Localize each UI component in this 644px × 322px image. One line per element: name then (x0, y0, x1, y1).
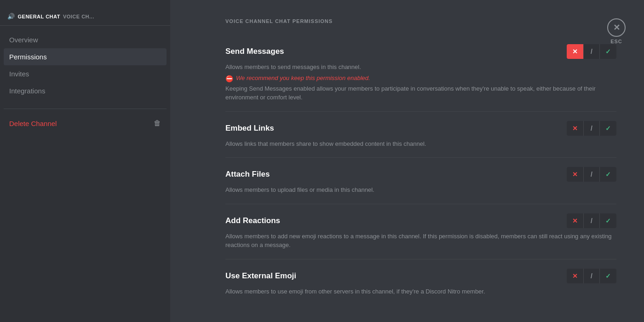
sidebar-item-integrations[interactable]: Integrations (4, 82, 167, 99)
permission-header-use-external-emoji: Use External Emoji✕/✓ (225, 269, 616, 283)
allow-btn-attach-files[interactable]: ✓ (600, 167, 616, 182)
neutral-btn-send-messages[interactable]: / (583, 44, 600, 59)
sidebar-item-label-integrations: Integrations (9, 87, 45, 95)
close-label: ESC (610, 39, 622, 44)
permission-item-embed-links: Embed Links✕/✓Allows links that members … (225, 112, 616, 158)
permission-name-add-reactions: Add Reactions (225, 216, 280, 225)
close-area: ✕ ESC (607, 18, 626, 44)
sidebar-item-overview[interactable]: Overview (4, 31, 167, 48)
permission-controls-send-messages: ✕/✓ (567, 44, 616, 59)
permission-header-embed-links: Embed Links✕/✓ (225, 121, 616, 136)
sidebar-item-invites[interactable]: Invites (4, 65, 167, 82)
permission-header-attach-files: Attach Files✕/✓ (225, 167, 616, 182)
permission-item-use-external-emoji: Use External Emoji✕/✓Allows members to u… (225, 259, 616, 305)
permission-desc-use-external-emoji: Allows members to use emoji from other s… (225, 287, 616, 296)
sidebar-item-label-invites: Invites (9, 70, 29, 78)
neutral-btn-embed-links[interactable]: / (583, 121, 600, 136)
warning-icon: ⛔ (225, 75, 233, 82)
deny-btn-use-external-emoji[interactable]: ✕ (567, 269, 583, 283)
warning-extra-send-messages: Keeping Send Messages enabled allows you… (225, 84, 616, 102)
permission-header-send-messages: Send Messages✕/✓ (225, 44, 616, 59)
permission-name-attach-files: Attach Files (225, 170, 270, 179)
permission-controls-use-external-emoji: ✕/✓ (567, 269, 616, 283)
permission-item-add-reactions: Add Reactions✕/✓Allows members to add ne… (225, 204, 616, 259)
channel-name-voice: VOICE CH... (63, 14, 94, 19)
permission-item-send-messages: Send Messages✕/✓Allows members to send m… (225, 35, 616, 112)
channel-label: 🔊 GENERAL CHAT VOICE CH... (7, 13, 163, 20)
permissions-list: Send Messages✕/✓Allows members to send m… (225, 35, 616, 305)
allow-btn-add-reactions[interactable]: ✓ (600, 213, 616, 228)
permission-controls-embed-links: ✕/✓ (567, 121, 616, 136)
neutral-btn-attach-files[interactable]: / (583, 167, 600, 182)
permission-name-send-messages: Send Messages (225, 47, 284, 56)
warning-box-send-messages: ⛔We recommend you keep this permission e… (225, 75, 616, 82)
permission-controls-add-reactions: ✕/✓ (567, 213, 616, 228)
permission-desc-embed-links: Allows links that members share to show … (225, 139, 616, 149)
sidebar-item-delete-channel[interactable]: Delete Channel 🗑 (4, 115, 167, 132)
sidebar: 🔊 GENERAL CHAT VOICE CH... OverviewPermi… (0, 0, 170, 322)
sidebar-nav: OverviewPermissionsInvitesIntegrations D… (0, 29, 170, 134)
permission-name-embed-links: Embed Links (225, 124, 274, 133)
allow-btn-embed-links[interactable]: ✓ (600, 121, 616, 136)
neutral-btn-add-reactions[interactable]: / (583, 213, 600, 228)
permission-header-add-reactions: Add Reactions✕/✓ (225, 213, 616, 228)
permission-desc-send-messages: Allows members to send messages in this … (225, 63, 616, 72)
warning-text-send-messages: We recommend you keep this permission en… (236, 75, 370, 81)
deny-btn-embed-links[interactable]: ✕ (567, 121, 583, 136)
channel-name-general: GENERAL CHAT (18, 14, 60, 19)
permission-item-attach-files: Attach Files✕/✓Allows members to upload … (225, 158, 616, 204)
permission-controls-attach-files: ✕/✓ (567, 167, 616, 182)
sidebar-header: 🔊 GENERAL CHAT VOICE CH... (0, 9, 170, 26)
sidebar-item-label-overview: Overview (9, 36, 38, 44)
trash-icon: 🗑 (154, 119, 161, 127)
sidebar-item-permissions[interactable]: Permissions (4, 48, 167, 65)
section-label: VOICE CHANNEL CHAT PERMISSIONS (225, 18, 616, 24)
sidebar-item-label-permissions: Permissions (9, 53, 47, 61)
main-content: ✕ ESC VOICE CHANNEL CHAT PERMISSIONS Sen… (170, 0, 644, 322)
permission-name-use-external-emoji: Use External Emoji (225, 271, 296, 281)
allow-btn-send-messages[interactable]: ✓ (600, 44, 616, 59)
deny-btn-attach-files[interactable]: ✕ (567, 167, 583, 182)
delete-channel-label: Delete Channel (9, 120, 57, 127)
deny-btn-send-messages[interactable]: ✕ (567, 44, 583, 59)
neutral-btn-use-external-emoji[interactable]: / (583, 269, 600, 283)
permission-desc-attach-files: Allows members to upload files or media … (225, 185, 616, 195)
deny-btn-add-reactions[interactable]: ✕ (567, 213, 583, 228)
close-button[interactable]: ✕ (607, 18, 626, 37)
voice-channel-icon: 🔊 (7, 13, 15, 20)
allow-btn-use-external-emoji[interactable]: ✓ (600, 269, 616, 283)
permission-desc-add-reactions: Allows members to add new emoji reaction… (225, 232, 616, 250)
